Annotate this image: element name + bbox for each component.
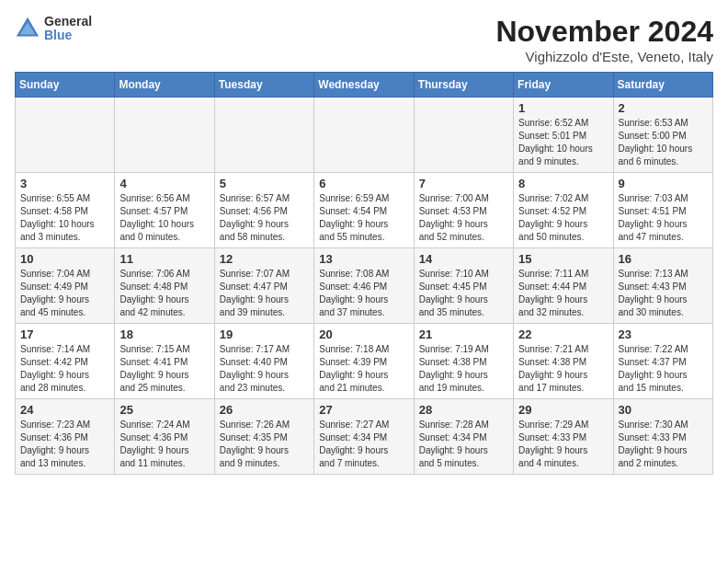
day-number: 21 (419, 327, 508, 341)
calendar-week-row: 24Sunrise: 7:23 AM Sunset: 4:36 PM Dayli… (16, 399, 713, 475)
day-info: Sunrise: 7:07 AM Sunset: 4:47 PM Dayligh… (220, 268, 309, 319)
day-info: Sunrise: 7:08 AM Sunset: 4:46 PM Dayligh… (319, 268, 408, 319)
calendar-day-cell (314, 98, 414, 173)
day-info: Sunrise: 6:52 AM Sunset: 5:01 PM Dayligh… (518, 117, 608, 168)
weekday-header-cell: Tuesday (214, 73, 313, 98)
day-number: 4 (119, 177, 209, 190)
day-info: Sunrise: 7:17 AM Sunset: 4:40 PM Dayligh… (220, 343, 309, 395)
day-info: Sunrise: 7:22 AM Sunset: 4:37 PM Dayligh… (619, 343, 708, 395)
day-number: 15 (518, 252, 608, 266)
calendar-day-cell: 6Sunrise: 6:59 AM Sunset: 4:54 PM Daylig… (314, 173, 414, 248)
calendar-week-row: 3Sunrise: 6:55 AM Sunset: 4:58 PM Daylig… (16, 173, 713, 248)
day-number: 8 (518, 177, 608, 190)
logo-general: General (44, 15, 92, 29)
day-number: 23 (619, 327, 708, 341)
weekday-header-cell: Wednesday (314, 73, 414, 98)
day-number: 5 (220, 177, 309, 190)
day-info: Sunrise: 7:03 AM Sunset: 4:51 PM Dayligh… (619, 192, 708, 244)
day-info: Sunrise: 7:11 AM Sunset: 4:44 PM Dayligh… (518, 268, 608, 319)
header: General Blue November 2024 Vighizzolo d'… (15, 15, 713, 64)
weekday-header-row: SundayMondayTuesdayWednesdayThursdayFrid… (16, 73, 713, 98)
day-info: Sunrise: 7:30 AM Sunset: 4:33 PM Dayligh… (619, 419, 708, 470)
day-info: Sunrise: 6:57 AM Sunset: 4:56 PM Dayligh… (220, 192, 309, 244)
calendar-day-cell: 20Sunrise: 7:18 AM Sunset: 4:39 PM Dayli… (314, 324, 414, 399)
day-number: 27 (319, 403, 408, 417)
calendar-day-cell: 29Sunrise: 7:29 AM Sunset: 4:33 PM Dayli… (514, 399, 613, 475)
day-number: 10 (20, 252, 109, 266)
day-info: Sunrise: 7:13 AM Sunset: 4:43 PM Dayligh… (619, 268, 708, 319)
calendar-day-cell: 4Sunrise: 6:56 AM Sunset: 4:57 PM Daylig… (115, 173, 214, 248)
calendar-day-cell: 24Sunrise: 7:23 AM Sunset: 4:36 PM Dayli… (16, 399, 115, 475)
calendar-day-cell: 19Sunrise: 7:17 AM Sunset: 4:40 PM Dayli… (214, 324, 313, 399)
day-number: 26 (220, 403, 309, 417)
logo-icon (15, 16, 40, 41)
day-number: 13 (319, 252, 408, 266)
calendar-day-cell: 3Sunrise: 6:55 AM Sunset: 4:58 PM Daylig… (16, 173, 115, 248)
day-number: 3 (20, 177, 109, 190)
day-info: Sunrise: 6:53 AM Sunset: 5:00 PM Dayligh… (619, 117, 708, 168)
day-info: Sunrise: 7:23 AM Sunset: 4:36 PM Dayligh… (20, 419, 109, 470)
day-info: Sunrise: 7:29 AM Sunset: 4:33 PM Dayligh… (518, 419, 608, 470)
day-info: Sunrise: 7:04 AM Sunset: 4:49 PM Dayligh… (20, 268, 109, 319)
day-info: Sunrise: 6:55 AM Sunset: 4:58 PM Dayligh… (20, 192, 109, 244)
calendar-day-cell: 15Sunrise: 7:11 AM Sunset: 4:44 PM Dayli… (514, 248, 613, 324)
calendar-day-cell: 12Sunrise: 7:07 AM Sunset: 4:47 PM Dayli… (214, 248, 313, 324)
logo-text: General Blue (44, 15, 92, 43)
location-title: Vighizzolo d'Este, Veneto, Italy (495, 49, 713, 64)
day-number: 9 (619, 177, 708, 190)
day-number: 24 (20, 403, 109, 417)
calendar-body: 1Sunrise: 6:52 AM Sunset: 5:01 PM Daylig… (16, 98, 713, 475)
day-number: 22 (518, 327, 608, 341)
calendar-day-cell: 1Sunrise: 6:52 AM Sunset: 5:01 PM Daylig… (514, 98, 613, 173)
calendar-day-cell: 2Sunrise: 6:53 AM Sunset: 5:00 PM Daylig… (613, 98, 712, 173)
calendar-day-cell: 23Sunrise: 7:22 AM Sunset: 4:37 PM Dayli… (613, 324, 712, 399)
day-number: 2 (619, 101, 708, 115)
day-info: Sunrise: 7:24 AM Sunset: 4:36 PM Dayligh… (119, 419, 209, 470)
calendar-day-cell: 22Sunrise: 7:21 AM Sunset: 4:38 PM Dayli… (514, 324, 613, 399)
calendar-day-cell: 9Sunrise: 7:03 AM Sunset: 4:51 PM Daylig… (613, 173, 712, 248)
day-info: Sunrise: 7:18 AM Sunset: 4:39 PM Dayligh… (319, 343, 408, 395)
day-number: 29 (518, 403, 608, 417)
calendar-day-cell: 8Sunrise: 7:02 AM Sunset: 4:52 PM Daylig… (514, 173, 613, 248)
weekday-header-cell: Saturday (613, 73, 712, 98)
day-number: 18 (119, 327, 209, 341)
logo-blue: Blue (44, 29, 92, 42)
calendar-day-cell: 28Sunrise: 7:28 AM Sunset: 4:34 PM Dayli… (414, 399, 513, 475)
logo: General Blue (15, 15, 92, 43)
day-info: Sunrise: 6:56 AM Sunset: 4:57 PM Dayligh… (119, 192, 209, 244)
calendar-day-cell: 7Sunrise: 7:00 AM Sunset: 4:53 PM Daylig… (414, 173, 513, 248)
weekday-header-cell: Monday (115, 73, 214, 98)
calendar-day-cell: 26Sunrise: 7:26 AM Sunset: 4:35 PM Dayli… (214, 399, 313, 475)
day-info: Sunrise: 7:00 AM Sunset: 4:53 PM Dayligh… (419, 192, 508, 244)
calendar-day-cell: 5Sunrise: 6:57 AM Sunset: 4:56 PM Daylig… (214, 173, 313, 248)
calendar-week-row: 1Sunrise: 6:52 AM Sunset: 5:01 PM Daylig… (16, 98, 713, 173)
day-info: Sunrise: 7:06 AM Sunset: 4:48 PM Dayligh… (119, 268, 209, 319)
calendar-week-row: 17Sunrise: 7:14 AM Sunset: 4:42 PM Dayli… (16, 324, 713, 399)
calendar-day-cell: 16Sunrise: 7:13 AM Sunset: 4:43 PM Dayli… (613, 248, 712, 324)
day-info: Sunrise: 7:15 AM Sunset: 4:41 PM Dayligh… (119, 343, 209, 395)
calendar-day-cell: 14Sunrise: 7:10 AM Sunset: 4:45 PM Dayli… (414, 248, 513, 324)
calendar-day-cell (115, 98, 214, 173)
weekday-header-cell: Sunday (16, 73, 115, 98)
calendar-day-cell: 21Sunrise: 7:19 AM Sunset: 4:38 PM Dayli… (414, 324, 513, 399)
day-info: Sunrise: 7:10 AM Sunset: 4:45 PM Dayligh… (419, 268, 508, 319)
day-info: Sunrise: 7:26 AM Sunset: 4:35 PM Dayligh… (220, 419, 309, 470)
day-number: 14 (419, 252, 508, 266)
calendar-day-cell: 13Sunrise: 7:08 AM Sunset: 4:46 PM Dayli… (314, 248, 414, 324)
day-number: 19 (220, 327, 309, 341)
calendar-day-cell: 18Sunrise: 7:15 AM Sunset: 4:41 PM Dayli… (115, 324, 214, 399)
calendar-day-cell: 17Sunrise: 7:14 AM Sunset: 4:42 PM Dayli… (16, 324, 115, 399)
weekday-header-cell: Thursday (414, 73, 513, 98)
day-info: Sunrise: 7:27 AM Sunset: 4:34 PM Dayligh… (319, 419, 408, 470)
day-number: 25 (119, 403, 209, 417)
calendar-day-cell: 30Sunrise: 7:30 AM Sunset: 4:33 PM Dayli… (613, 399, 712, 475)
day-number: 6 (319, 177, 408, 190)
calendar-day-cell: 11Sunrise: 7:06 AM Sunset: 4:48 PM Dayli… (115, 248, 214, 324)
weekday-header-cell: Friday (514, 73, 613, 98)
day-number: 28 (419, 403, 508, 417)
calendar-table: SundayMondayTuesdayWednesdayThursdayFrid… (15, 72, 713, 475)
day-info: Sunrise: 7:02 AM Sunset: 4:52 PM Dayligh… (518, 192, 608, 244)
title-area: November 2024 Vighizzolo d'Este, Veneto,… (495, 15, 713, 64)
day-number: 7 (419, 177, 508, 190)
day-info: Sunrise: 6:59 AM Sunset: 4:54 PM Dayligh… (319, 192, 408, 244)
